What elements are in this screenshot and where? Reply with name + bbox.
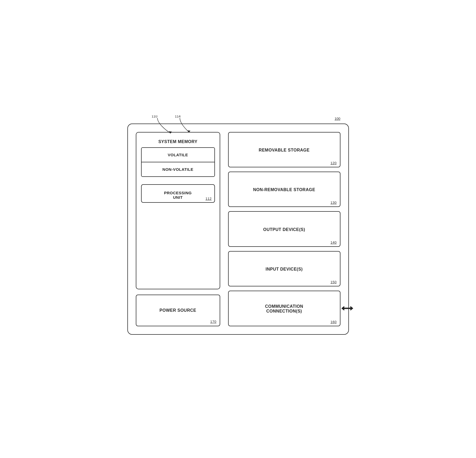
left-column: 110 114 SYSTEM MEMORY VOLATILE NON-VOLAT…: [136, 132, 220, 326]
output-devices-ref: 140: [330, 240, 336, 244]
svg-marker-2: [187, 130, 190, 132]
svg-marker-4: [342, 306, 353, 310]
volatile-box: VOLATILE: [142, 148, 214, 162]
input-devices-box: INPUT DEVICE(S) 150: [228, 251, 340, 286]
processing-unit-ref: 112: [205, 197, 211, 201]
right-column: REMOVABLE STORAGE 120 NON-REMOVABLE STOR…: [228, 132, 340, 326]
power-source-label: POWER SOURCE: [160, 308, 196, 313]
non-removable-storage-ref: 130: [330, 201, 336, 205]
input-devices-label: INPUT DEVICE(S): [266, 267, 303, 272]
label-arrows-svg: 110 114: [134, 115, 229, 136]
svg-text:110: 110: [152, 115, 157, 118]
svg-text:114: 114: [175, 115, 181, 118]
processing-unit-box: PROCESSINGUNIT 112: [141, 184, 215, 203]
outer-box: 100 110 114 SYSTEM MEMORY: [127, 124, 349, 335]
non-removable-storage-box: NON-REMOVABLE STORAGE 130: [228, 172, 340, 207]
label-100: 100: [335, 117, 340, 121]
non-volatile-box: NON-VOLATILE: [142, 162, 214, 176]
power-source-box: POWER SOURCE 170: [136, 295, 220, 326]
removable-storage-label: REMOVABLE STORAGE: [259, 148, 310, 153]
power-source-ref: 170: [210, 320, 216, 324]
inner-box-110: 110 114 SYSTEM MEMORY VOLATILE NON-VOLAT…: [136, 132, 220, 289]
svg-marker-0: [169, 131, 172, 133]
double-arrow-svg: [338, 304, 354, 313]
removable-storage-box: REMOVABLE STORAGE 120: [228, 132, 340, 167]
output-devices-box: OUTPUT DEVICE(S) 140: [228, 211, 340, 247]
input-devices-ref: 150: [330, 280, 336, 284]
system-memory-label: SYSTEM MEMORY: [141, 137, 215, 147]
removable-storage-ref: 120: [330, 161, 336, 165]
communication-connections-ref: 160: [330, 320, 336, 324]
communication-connections-box: COMMUNICATIONCONNECTION(S) 160: [228, 291, 340, 326]
non-removable-storage-label: NON-REMOVABLE STORAGE: [253, 187, 315, 192]
communication-connections-label: COMMUNICATIONCONNECTION(S): [265, 304, 303, 314]
processing-unit-label: PROCESSINGUNIT: [164, 191, 192, 200]
diagram-wrapper: 100 110 114 SYSTEM MEMORY: [119, 114, 357, 344]
communication-arrow: [338, 304, 354, 313]
output-devices-label: OUTPUT DEVICE(S): [263, 227, 305, 232]
